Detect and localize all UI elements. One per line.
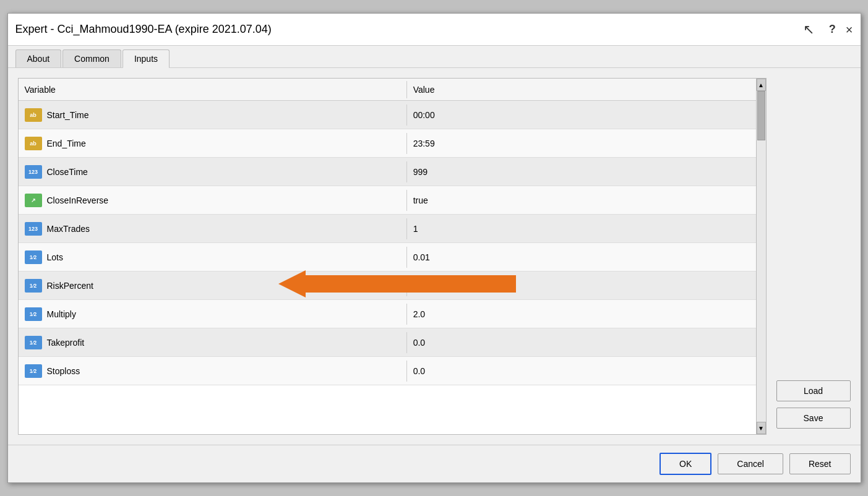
cell-value[interactable]: 1	[407, 220, 766, 237]
table-row[interactable]: abEnd_Time23:59	[19, 129, 766, 158]
v2-type-icon: 1⁄2	[25, 307, 42, 321]
cancel-button[interactable]: Cancel	[718, 453, 783, 474]
variable-name: End_Time	[47, 139, 86, 148]
window-title: Expert - Cci_Mahmoud1990-EA (expire 2021…	[15, 23, 803, 36]
variable-name: RiskPercent	[47, 281, 93, 291]
tab-bar: About Common Inputs	[8, 46, 861, 68]
cell-variable: 123MaxTrades	[19, 218, 407, 239]
table-row[interactable]: 1⁄2RiskPercent1.0	[19, 272, 766, 300]
bottom-bar: OK Cancel Reset	[8, 445, 861, 482]
v2-type-icon: 1⁄2	[25, 279, 42, 293]
123-type-icon: 123	[25, 222, 42, 236]
cell-variable: 1⁄2Multiply	[19, 304, 407, 325]
cell-value[interactable]: true	[407, 192, 766, 209]
variable-name: CloseInReverse	[47, 195, 109, 205]
inputs-table: Variable Value abStart_Time00:00abEnd_Ti…	[18, 78, 767, 435]
cell-variable: 1⁄2Lots	[19, 247, 407, 268]
chart-type-icon: ↗	[25, 194, 42, 207]
cell-variable: 1⁄2RiskPercent	[19, 275, 407, 296]
table-header: Variable Value	[19, 79, 766, 101]
cell-variable: 1⁄2Takeprofit	[19, 332, 407, 353]
scroll-up-button[interactable]: ▲	[757, 79, 766, 91]
variable-name: Stoploss	[47, 366, 80, 376]
col-header-value: Value	[407, 81, 766, 98]
cell-variable: 1⁄2Stoploss	[19, 361, 407, 382]
side-buttons: Load Save	[776, 78, 851, 435]
cell-value[interactable]: 0.0	[407, 334, 766, 351]
save-button[interactable]: Save	[776, 408, 851, 429]
cell-variable: abStart_Time	[19, 105, 407, 126]
load-button[interactable]: Load	[776, 380, 851, 401]
cell-value[interactable]: 1.0	[407, 277, 766, 294]
cell-value[interactable]: 00:00	[407, 106, 766, 124]
cursor-icon: ↖	[803, 22, 814, 38]
v2-type-icon: 1⁄2	[25, 364, 42, 378]
table-row[interactable]: abStart_Time00:00	[19, 101, 766, 129]
variable-name: CloseTime	[47, 167, 88, 177]
scroll-track[interactable]	[757, 91, 766, 422]
table-row[interactable]: 123MaxTrades1	[19, 215, 766, 243]
table-row[interactable]: 123CloseTime999	[19, 158, 766, 186]
table-row[interactable]: 1⁄2Takeprofit0.0	[19, 328, 766, 357]
ab-type-icon: ab	[25, 137, 42, 150]
ab-type-icon: ab	[25, 108, 42, 122]
cell-variable: ↗CloseInReverse	[19, 190, 407, 211]
cell-value[interactable]: 0.0	[407, 362, 766, 380]
cell-variable: 123CloseTime	[19, 161, 407, 182]
123-type-icon: 123	[25, 165, 42, 179]
dialog-window: Expert - Cci_Mahmoud1990-EA (expire 2021…	[7, 13, 861, 483]
cell-value[interactable]: 999	[407, 163, 766, 181]
v2-type-icon: 1⁄2	[25, 336, 42, 349]
tab-about[interactable]: About	[15, 49, 62, 67]
variable-name: MaxTrades	[47, 224, 90, 234]
cell-value[interactable]: 0.01	[407, 249, 766, 266]
cell-value[interactable]: 23:59	[407, 135, 766, 152]
col-header-variable: Variable	[19, 81, 407, 98]
variable-name: Lots	[47, 252, 63, 262]
cell-variable: abEnd_Time	[19, 133, 407, 154]
help-button[interactable]: ?	[829, 23, 836, 36]
title-bar: Expert - Cci_Mahmoud1990-EA (expire 2021…	[8, 14, 861, 46]
variable-name: Start_Time	[47, 110, 89, 120]
title-controls: ↖ ? ×	[803, 22, 853, 38]
table-row[interactable]: ↗CloseInReversetrue	[19, 186, 766, 215]
reset-button[interactable]: Reset	[789, 453, 851, 474]
table-row[interactable]: 1⁄2Lots0.01	[19, 243, 766, 272]
variable-name: Takeprofit	[47, 338, 85, 348]
tab-inputs[interactable]: Inputs	[122, 49, 170, 68]
cell-value[interactable]: 2.0	[407, 306, 766, 323]
table-body: abStart_Time00:00abEnd_Time23:59123Close…	[19, 101, 766, 434]
scrollbar[interactable]: ▲ ▼	[756, 79, 766, 434]
variable-name: Multiply	[47, 309, 76, 319]
scroll-down-button[interactable]: ▼	[757, 422, 766, 434]
close-button[interactable]: ×	[846, 24, 853, 36]
tab-common[interactable]: Common	[62, 49, 121, 67]
ok-button[interactable]: OK	[660, 453, 711, 475]
v2-type-icon: 1⁄2	[25, 250, 42, 264]
table-row[interactable]: 1⁄2Stoploss0.0	[19, 357, 766, 385]
scroll-thumb[interactable]	[757, 91, 765, 140]
content-area: Variable Value abStart_Time00:00abEnd_Ti…	[8, 68, 861, 445]
table-row[interactable]: 1⁄2Multiply2.0	[19, 300, 766, 328]
